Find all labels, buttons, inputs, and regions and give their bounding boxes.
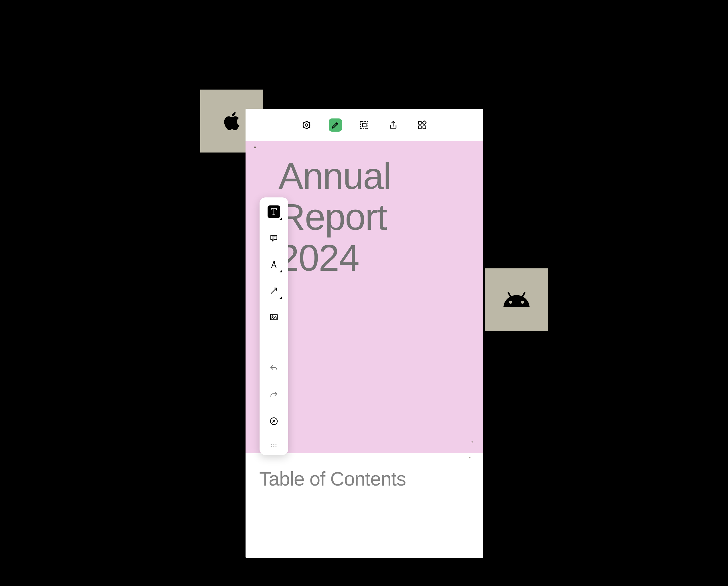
svg-point-15	[276, 446, 277, 447]
svg-point-14	[273, 446, 274, 447]
document-toolbar	[245, 109, 483, 141]
snip-icon	[359, 120, 369, 130]
comment-tool-icon	[269, 234, 279, 243]
palette-drag-handle[interactable]	[271, 441, 277, 450]
svg-rect-2	[418, 121, 421, 124]
undo-button[interactable]	[267, 362, 280, 375]
redo-button[interactable]	[267, 389, 280, 401]
svg-point-0	[305, 124, 308, 126]
background-header-subcol: Shapes	[391, 61, 420, 71]
arrow-tool-button[interactable]	[267, 285, 280, 297]
close-palette-button[interactable]	[267, 415, 280, 427]
toc-title[interactable]: Table of Contents	[259, 468, 469, 490]
background-header-columns: Visual Weight Distinct color Text fields…	[246, 26, 484, 44]
background-header-subcolumns: Annotations Shapes	[246, 61, 484, 71]
svg-rect-4	[418, 126, 421, 129]
arrow-tool-icon	[269, 286, 279, 295]
selection-handle[interactable]	[471, 441, 473, 443]
image-tool-button[interactable]	[267, 311, 280, 323]
share-button[interactable]	[387, 118, 400, 132]
text-tool-icon	[269, 207, 279, 216]
text-tool-button[interactable]	[267, 206, 280, 218]
svg-rect-5	[423, 126, 426, 129]
apps-icon	[417, 120, 427, 130]
compass-tool-icon	[269, 260, 279, 269]
compass-tool-button[interactable]	[267, 258, 280, 271]
selection-handle[interactable]	[254, 146, 256, 148]
svg-point-12	[276, 444, 277, 445]
undo-icon	[269, 364, 279, 373]
settings-button[interactable]	[300, 118, 313, 132]
apps-button[interactable]	[416, 118, 429, 132]
edit-button[interactable]	[329, 118, 342, 132]
background-header-title: PAGE TOOLBAR	[246, 0, 484, 16]
edit-icon	[331, 120, 340, 130]
svg-point-10	[271, 444, 272, 445]
background-header-col: Text fields depress in/lift	[393, 26, 484, 44]
android-platform-tile	[485, 268, 548, 331]
svg-rect-3	[422, 121, 426, 125]
document-toc-page: Table of Contents	[245, 453, 483, 504]
redo-icon	[269, 390, 279, 399]
svg-point-13	[271, 446, 272, 447]
close-icon	[269, 417, 279, 426]
svg-point-8	[272, 316, 273, 317]
document-title[interactable]: Annual Report 2024	[279, 156, 466, 278]
apple-icon	[220, 109, 244, 133]
background-header-subcol: Annotations	[310, 61, 357, 71]
android-icon	[502, 286, 531, 314]
drag-handle-icon	[271, 444, 277, 448]
image-tool-icon	[269, 313, 279, 322]
share-icon	[388, 120, 398, 130]
settings-icon	[302, 120, 311, 130]
comment-tool-button[interactable]	[267, 232, 280, 244]
snip-button[interactable]	[358, 118, 371, 132]
svg-point-11	[273, 444, 274, 445]
background-header-col: Visual Weight	[246, 26, 297, 44]
annotation-tool-palette[interactable]	[260, 197, 288, 455]
selection-handle[interactable]	[469, 457, 470, 458]
svg-rect-1	[363, 123, 366, 127]
background-header-col: Distinct color	[320, 26, 370, 44]
